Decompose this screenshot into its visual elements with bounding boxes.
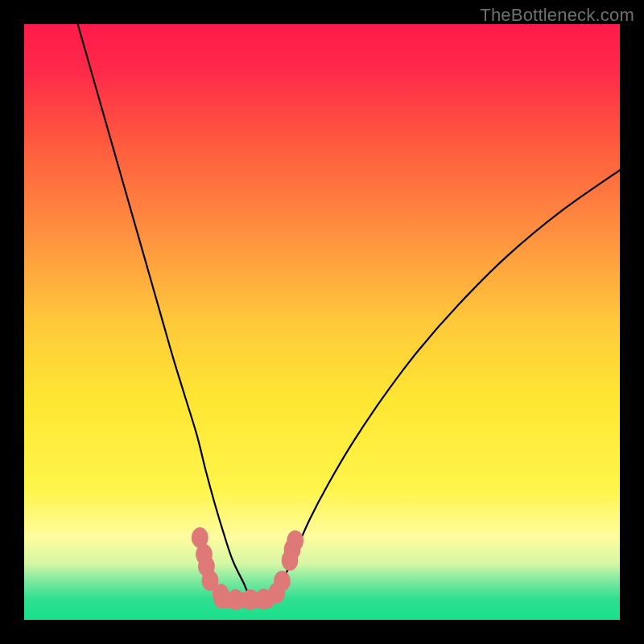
plot-area (24, 24, 620, 620)
bottleneck-curve (78, 24, 620, 601)
watermark-text: TheBottleneck.com (480, 5, 634, 26)
bottom-bar (213, 592, 275, 608)
curve-layer (24, 24, 620, 620)
highlight-point (287, 530, 303, 551)
chart-frame: TheBottleneck.com (0, 0, 644, 644)
highlight-point (274, 571, 291, 592)
